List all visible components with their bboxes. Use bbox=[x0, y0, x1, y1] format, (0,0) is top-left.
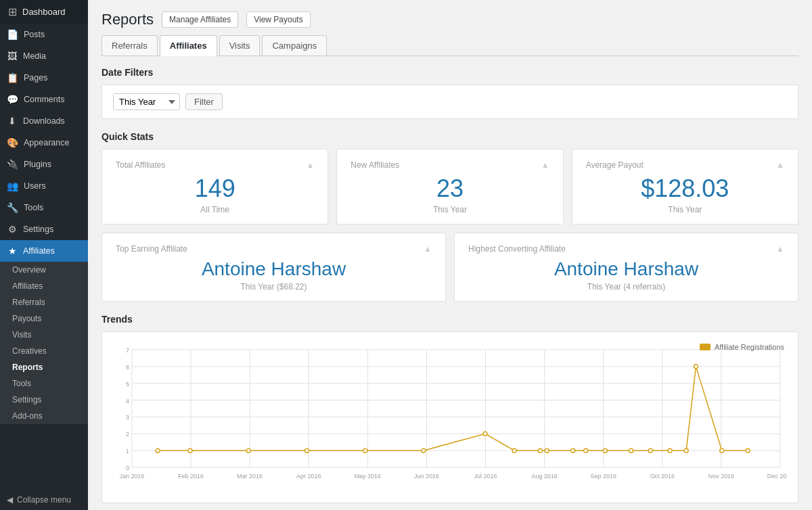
plugins-icon: 🔌 bbox=[7, 159, 18, 170]
affiliates-label: Affiliates bbox=[23, 246, 55, 256]
submenu-item-tools[interactable]: Tools bbox=[0, 375, 88, 392]
media-label: Media bbox=[23, 51, 46, 61]
svg-point-46 bbox=[483, 432, 487, 436]
sidebar-item-downloads[interactable]: ⬇ Downloads bbox=[0, 110, 88, 132]
media-icon: 🖼 bbox=[7, 51, 18, 62]
top-earning-arrow: ▲ bbox=[424, 244, 432, 254]
svg-point-40 bbox=[156, 449, 160, 453]
pages-label: Pages bbox=[24, 73, 47, 83]
top-earning-name: Antoine Harshaw bbox=[116, 259, 432, 280]
sidebar-item-affiliates[interactable]: ★ Affiliates bbox=[0, 240, 88, 262]
trend-chart-svg: 01234567Jan 2016Feb 2016Mar 2016Apr 2016… bbox=[113, 343, 787, 492]
view-payouts-button[interactable]: View Payouts bbox=[246, 11, 311, 28]
sidebar-item-settings[interactable]: ⚙ Settings bbox=[0, 218, 88, 240]
quick-stats-title: Quick Stats bbox=[102, 131, 798, 142]
submenu-item-add-ons[interactable]: Add-ons bbox=[0, 408, 88, 424]
collapse-menu-btn[interactable]: ◀ Collapse menu bbox=[0, 490, 88, 510]
svg-text:Jan 2016: Jan 2016 bbox=[119, 473, 144, 480]
tab-visits[interactable]: Visits bbox=[219, 35, 261, 55]
submenu-item-creatives[interactable]: Creatives bbox=[0, 343, 88, 359]
svg-text:6: 6 bbox=[126, 364, 129, 371]
submenu-item-payouts[interactable]: Payouts bbox=[0, 310, 88, 327]
svg-text:Feb 2016: Feb 2016 bbox=[178, 473, 204, 480]
date-filter-select[interactable]: This Year Last Year This Month Last Mont… bbox=[113, 93, 180, 110]
visits-label: Visits bbox=[12, 330, 31, 340]
svg-point-51 bbox=[584, 449, 588, 453]
svg-text:0: 0 bbox=[126, 465, 129, 471]
total-affiliates-title: Total Affiliates bbox=[116, 160, 165, 170]
settings-label: Settings bbox=[23, 225, 53, 234]
chart-legend: Affiliate Registrations bbox=[700, 343, 784, 351]
submenu-item-overview[interactable]: Overview bbox=[0, 262, 88, 278]
filter-button[interactable]: Filter bbox=[185, 93, 223, 110]
total-affiliates-arrow: ▲ bbox=[306, 160, 314, 170]
overview-label: Overview bbox=[12, 265, 46, 275]
new-affiliates-value: 23 bbox=[351, 175, 549, 202]
top-earning-sub: This Year ($68.22) bbox=[116, 282, 432, 292]
svg-point-41 bbox=[188, 449, 192, 453]
tools-sub-label: Tools bbox=[12, 379, 31, 388]
downloads-label: Downloads bbox=[23, 116, 65, 126]
comments-label: Comments bbox=[24, 95, 64, 104]
sidebar-item-pages[interactable]: 📋 Pages bbox=[0, 67, 88, 89]
sidebar-item-media[interactable]: 🖼 Media bbox=[0, 45, 88, 67]
highest-converting-sub: This Year (4 referrals) bbox=[468, 282, 784, 292]
sidebar-item-plugins[interactable]: 🔌 Plugins bbox=[0, 154, 88, 175]
comments-icon: 💬 bbox=[7, 94, 18, 105]
tab-campaigns[interactable]: Campaigns bbox=[262, 35, 327, 55]
svg-point-50 bbox=[570, 449, 574, 453]
tab-affiliates[interactable]: Affiliates bbox=[160, 35, 217, 56]
svg-text:2: 2 bbox=[126, 432, 129, 438]
stats-bottom-row: Top Earning Affiliate ▲ Antoine Harshaw … bbox=[102, 233, 798, 302]
highest-converting-arrow: ▲ bbox=[776, 244, 784, 254]
new-affiliates-sub: This Year bbox=[351, 205, 549, 214]
sidebar-item-appearance[interactable]: 🎨 Appearance bbox=[0, 132, 88, 154]
tools-icon: 🔧 bbox=[7, 202, 18, 213]
creatives-label: Creatives bbox=[12, 346, 47, 356]
svg-text:4: 4 bbox=[126, 398, 129, 404]
svg-point-57 bbox=[694, 365, 698, 369]
settings-sub-label: Settings bbox=[12, 395, 41, 404]
sidebar-item-comments[interactable]: 💬 Comments bbox=[0, 89, 88, 110]
stat-card-average-payout: Average Payout ▲ $128.03 This Year bbox=[572, 149, 798, 225]
svg-text:Nov 2016: Nov 2016 bbox=[708, 473, 734, 480]
svg-text:Mar 2016: Mar 2016 bbox=[237, 473, 263, 480]
reports-label: Reports bbox=[12, 363, 43, 372]
submenu-item-visits[interactable]: Visits bbox=[0, 327, 88, 343]
main-content: Reports Manage Affiliates View Payouts R… bbox=[88, 0, 812, 510]
users-icon: 👥 bbox=[7, 181, 18, 191]
svg-text:Jul 2016: Jul 2016 bbox=[474, 473, 497, 480]
submenu-item-referrals[interactable]: Referrals bbox=[0, 294, 88, 310]
plugins-label: Plugins bbox=[24, 160, 51, 169]
submenu-item-settings[interactable]: Settings bbox=[0, 392, 88, 408]
svg-text:May 2016: May 2016 bbox=[355, 473, 381, 480]
svg-text:Dec 2016: Dec 2016 bbox=[767, 473, 787, 480]
stat-card-total-affiliates: Total Affiliates ▲ 149 All Time bbox=[102, 149, 328, 225]
dashboard-icon: ⊞ bbox=[8, 5, 17, 18]
highest-converting-title: Highest Converting Affiliate bbox=[468, 244, 566, 254]
referrals-label: Referrals bbox=[12, 298, 45, 307]
submenu-item-reports[interactable]: Reports bbox=[0, 359, 88, 375]
sidebar-item-tools[interactable]: 🔧 Tools bbox=[0, 197, 88, 218]
submenu-item-affiliates[interactable]: Affiliates bbox=[0, 278, 88, 294]
svg-point-42 bbox=[246, 449, 250, 453]
svg-text:1: 1 bbox=[126, 448, 129, 455]
tab-referrals[interactable]: Referrals bbox=[102, 35, 158, 55]
sidebar-item-posts[interactable]: 📄 Posts bbox=[0, 24, 88, 45]
svg-text:7: 7 bbox=[126, 347, 129, 354]
collapse-label: Collapse menu bbox=[17, 495, 71, 505]
svg-point-47 bbox=[512, 449, 516, 453]
page-title: Reports bbox=[102, 11, 154, 28]
date-filters-title: Date Filters bbox=[102, 67, 798, 78]
appearance-icon: 🎨 bbox=[7, 137, 18, 148]
highest-converting-name: Antoine Harshaw bbox=[468, 259, 784, 280]
sidebar-logo-label: Dashboard bbox=[22, 7, 66, 17]
svg-point-56 bbox=[684, 449, 688, 453]
svg-text:Apr 2016: Apr 2016 bbox=[296, 473, 321, 480]
sidebar-item-users[interactable]: 👥 Users bbox=[0, 175, 88, 197]
sidebar-logo[interactable]: ⊞ Dashboard bbox=[0, 0, 88, 24]
manage-affiliates-button[interactable]: Manage Affiliates bbox=[162, 11, 238, 28]
svg-point-44 bbox=[363, 449, 367, 453]
appearance-label: Appearance bbox=[24, 138, 69, 147]
affiliates-sub-label: Affiliates bbox=[12, 281, 43, 291]
